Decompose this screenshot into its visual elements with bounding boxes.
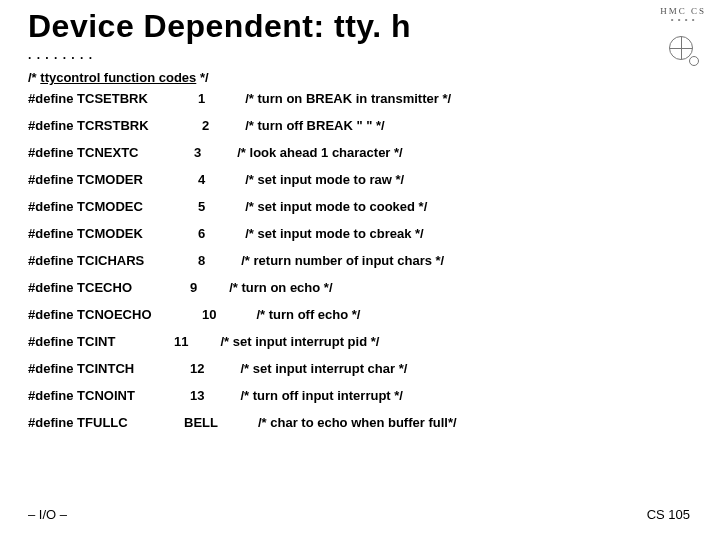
define-value: 13: [168, 389, 204, 402]
define-comment: /* turn off input interrupt */: [204, 389, 402, 402]
heading-text: ttycontrol function codes: [40, 70, 196, 85]
define-comment: /* set input mode to cbreak */: [205, 227, 423, 240]
define-row: #define TFULLCBELL/* char to echo when b…: [28, 416, 457, 429]
define-comment: /* set input mode to raw */: [205, 173, 404, 186]
define-name: #define TCMODER: [28, 173, 168, 186]
define-comment: /* turn off echo */: [216, 308, 360, 321]
define-name: #define TFULLC: [28, 416, 168, 429]
define-name: #define TCNOECHO: [28, 308, 168, 321]
define-row: #define TCSETBRK1/* turn on BREAK in tra…: [28, 92, 457, 105]
define-row: #define TCMODER4/* set input mode to raw…: [28, 173, 457, 186]
define-name: #define TCRSTBRK: [28, 119, 168, 132]
logo-dots: • • • •: [671, 16, 696, 24]
slide-title: Device Dependent: tty. h: [28, 8, 411, 45]
define-row: #define TCMODEC5/* set input mode to coo…: [28, 200, 457, 213]
comment-close: */: [196, 70, 208, 85]
define-row: #define TCECHO9/* turn on echo */: [28, 281, 457, 294]
define-value: 4: [168, 173, 205, 186]
define-value: 9: [168, 281, 197, 294]
define-comment: /* look ahead 1 character */: [201, 146, 402, 159]
define-name: #define TCECHO: [28, 281, 168, 294]
define-name: #define TCMODEC: [28, 200, 168, 213]
define-name: #define TCNOINT: [28, 389, 168, 402]
section-heading: /* ttycontrol function codes */: [28, 70, 209, 85]
define-row: #define TCICHARS8/* return number of inp…: [28, 254, 457, 267]
define-comment: /* char to echo when buffer full*/: [218, 416, 457, 429]
define-value: 10: [168, 308, 216, 321]
define-comment: /* set input mode to cooked */: [205, 200, 427, 213]
define-value: 11: [168, 335, 188, 348]
define-value: 3: [168, 146, 201, 159]
comment-open: /*: [28, 70, 40, 85]
define-comment: /* return number of input chars */: [205, 254, 444, 267]
define-value: 5: [168, 200, 205, 213]
define-row: #define TCNOECHO10/* turn off echo */: [28, 308, 457, 321]
define-comment: /* set input interrupt char */: [204, 362, 407, 375]
ellipsis-line: . . . . . . . .: [28, 48, 93, 62]
defines-block: #define TCSETBRK1/* turn on BREAK in tra…: [28, 92, 457, 443]
define-name: #define TCINT: [28, 335, 168, 348]
footer-right: CS 105: [647, 507, 690, 522]
define-value: BELL: [168, 416, 218, 429]
define-row: #define TCINT11/* set input interrupt pi…: [28, 335, 457, 348]
define-name: #define TCNEXTC: [28, 146, 168, 159]
define-comment: /* set input interrupt pid */: [188, 335, 379, 348]
define-value: 12: [168, 362, 204, 375]
define-name: #define TCMODEK: [28, 227, 168, 240]
define-row: #define TCMODEK6/* set input mode to cbr…: [28, 227, 457, 240]
define-row: #define TCNEXTC3/* look ahead 1 characte…: [28, 146, 457, 159]
footer-left: – I/O –: [28, 507, 67, 522]
pennyfarthing-icon: [669, 26, 697, 66]
define-comment: /* turn off BREAK " " */: [209, 119, 384, 132]
logo-block: HMC CS • • • •: [660, 6, 706, 66]
define-value: 8: [168, 254, 205, 267]
define-comment: /* turn on BREAK in transmitter */: [205, 92, 451, 105]
define-comment: /* turn on echo */: [197, 281, 332, 294]
define-value: 6: [168, 227, 205, 240]
define-name: #define TCINTCH: [28, 362, 168, 375]
define-value: 2: [168, 119, 209, 132]
define-name: #define TCICHARS: [28, 254, 168, 267]
define-value: 1: [168, 92, 205, 105]
define-row: #define TCNOINT13/* turn off input inter…: [28, 389, 457, 402]
define-row: #define TCINTCH12/* set input interrupt …: [28, 362, 457, 375]
define-name: #define TCSETBRK: [28, 92, 168, 105]
define-row: #define TCRSTBRK2/* turn off BREAK " " *…: [28, 119, 457, 132]
